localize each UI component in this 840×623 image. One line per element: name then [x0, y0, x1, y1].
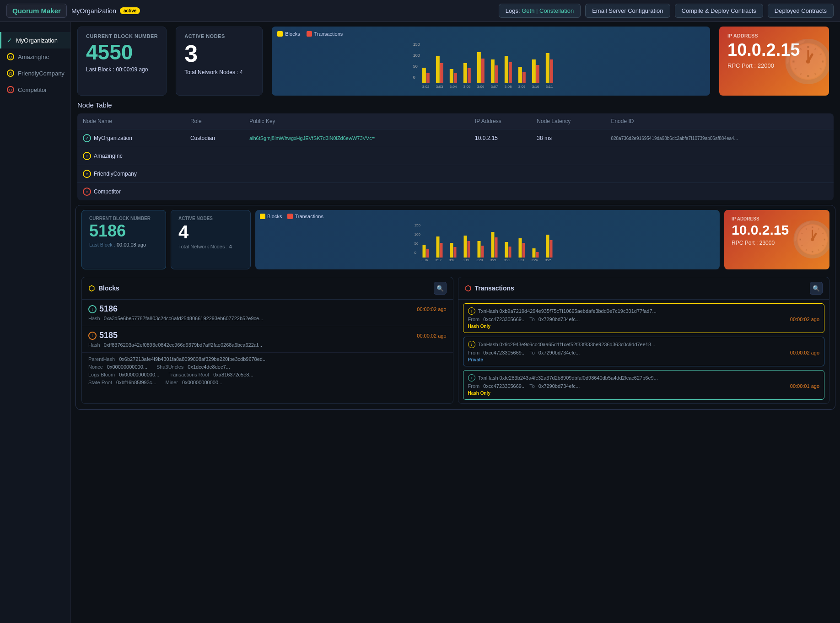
sidebar-label-myorg: MyOrganization	[16, 37, 58, 44]
td-ip-amazinginc	[469, 147, 531, 165]
td-pubkey-competitor	[244, 183, 469, 201]
block-5185-up-icon: ↑	[88, 332, 97, 340]
compile-deploy-button[interactable]: Compile & Deploy Contracts	[675, 4, 763, 18]
svg-rect-46	[478, 241, 481, 258]
td-ip-competitor	[469, 183, 531, 201]
last-block-label: Last Block : 00:00:09 ago	[86, 66, 158, 73]
svg-text:100: 100	[413, 53, 420, 58]
td-role-amazinginc	[185, 147, 244, 165]
detail-parenthash: ParentHash 0x6b27213afe4f9b4301fa8a80998…	[88, 356, 267, 362]
svg-rect-51	[509, 247, 512, 258]
svg-text:3:21: 3:21	[490, 258, 497, 262]
table-row: ○ AmazingInc	[77, 147, 834, 165]
svg-text:3:24: 3:24	[532, 258, 538, 262]
block-5185-number-row: ↑ 5185	[88, 331, 118, 340]
txn-2-from-to: From 0xcc4723305669... To 0x7290bd734efc…	[468, 350, 820, 355]
detail-row-1: ParentHash 0x6b27213afe4f9b4301fa8a80998…	[88, 356, 447, 362]
block-5186-hash-value: 0xa3d5e6be57787fa803c24cc6afd25d80661922…	[104, 316, 264, 321]
svg-text:0: 0	[415, 251, 417, 255]
td-name-myorg: ✓ MyOrganization	[77, 129, 185, 147]
block-5186-down-icon: ↓	[88, 305, 97, 313]
txn-3-header: ↓ TxnHash 0xfe283b243a4fc32a37d2b8909dbf…	[468, 374, 820, 381]
body-area: ✓ MyOrganization ○ AmazingInc ○ Friendly…	[0, 22, 840, 623]
svg-rect-49	[495, 237, 498, 258]
txn-1-hash: TxnHash 0xb9a7219d4294e935f75c7f10695aeb…	[478, 308, 820, 314]
td-role-competitor	[185, 183, 244, 201]
sidebar-header	[0, 22, 70, 32]
sidebar: ✓ MyOrganization ○ AmazingInc ○ Friendly…	[0, 22, 71, 623]
block-5185-hash-label: Hash	[88, 342, 100, 348]
logs-button[interactable]: Logs: Geth | Constellation	[499, 4, 581, 18]
td-enode-competitor	[605, 183, 834, 201]
blocks-search-btn[interactable]: 🔍	[434, 282, 447, 295]
txn-3-icon: ↓	[468, 374, 475, 381]
table-row: ○ Competitor	[77, 183, 834, 201]
svg-rect-43	[454, 247, 457, 258]
detail-nonce: Nonce 0x00000000000...	[88, 364, 147, 370]
txn-panel: ⬡ Transactions 🔍 ↓ TxnHash 0xb9a7219d429…	[458, 277, 830, 404]
block-5185-hash-row: Hash 0xff8376203a42ef0893e0842ec966d9379…	[88, 342, 447, 348]
deployed-contracts-button[interactable]: Deployed Contracts	[768, 4, 834, 18]
popup-blocks-legend: Blocks	[260, 214, 282, 219]
td-name-friendly: ○ FriendlyCompany	[77, 165, 185, 183]
td-name-amazinginc: ○ AmazingInc	[77, 147, 185, 165]
popup-txn-legend-dot	[287, 214, 293, 219]
svg-rect-8	[450, 69, 453, 83]
blocks-txn-row: ⬡ Blocks 🔍 ↓ 5186	[76, 274, 835, 409]
svg-rect-45	[468, 241, 470, 258]
org-status-pill: active	[120, 7, 140, 14]
svg-text:3:16: 3:16	[422, 258, 428, 262]
block-5185-number: 5185	[99, 331, 118, 340]
block-5185-header: ↑ 5185 00:00:02 ago	[88, 331, 447, 340]
svg-text:150: 150	[415, 223, 421, 227]
node-table: Node Name Role Public Key IP Address Nod…	[77, 113, 834, 200]
blocks-panel-header: ⬡ Blocks 🔍	[82, 277, 453, 300]
status-yellow-row-1: ○	[83, 152, 91, 160]
txn-item-3: ↓ TxnHash 0xfe283b243a4fc32a37d2b8909dbf…	[463, 370, 825, 400]
sidebar-label-competitor: Competitor	[18, 86, 47, 93]
status-icon-green: ✓	[7, 37, 12, 44]
email-server-button[interactable]: Email Server Configuration	[585, 4, 670, 18]
svg-text:3:07: 3:07	[491, 85, 498, 89]
sidebar-item-competitor[interactable]: ○ Competitor	[0, 81, 70, 98]
popup-card: CURRENT BLOCK NUMBER 5186 Last Block : 0…	[75, 205, 835, 410]
sidebar-item-myorg[interactable]: ✓ MyOrganization	[0, 32, 70, 48]
svg-text:3:17: 3:17	[436, 258, 442, 262]
popup-nodes-label: ACTIVE NODES	[178, 216, 243, 221]
svg-text:3:11: 3:11	[546, 85, 553, 89]
block-detail-section: ParentHash 0x6b27213afe4f9b4301fa8a80998…	[82, 353, 453, 391]
svg-rect-21	[536, 65, 539, 83]
svg-rect-7	[440, 63, 443, 83]
active-nodes-card: ACTIVE NODES 3 Total Network Nodes : 4	[176, 27, 263, 96]
svg-rect-18	[518, 67, 522, 83]
block-5186-number-row: ↓ 5186	[88, 304, 118, 314]
popup-nodes-card: ACTIVE NODES 4 Total Network Nodes : 4	[171, 210, 251, 269]
svg-rect-5	[426, 73, 430, 83]
popup-chart-legend: Blocks Transactions	[260, 214, 715, 219]
header: Quorum Maker MyOrganization active Logs:…	[0, 0, 840, 22]
section-title: Node Table	[77, 101, 834, 109]
td-pubkey-myorg: alh6tSgmj8lmWhwgxHgJEVfSK7d3lN0lZd6ewW73…	[244, 129, 469, 147]
td-role-myorg: Custodian	[185, 129, 244, 147]
svg-rect-39	[426, 249, 429, 258]
sidebar-item-friendlycompany[interactable]: ○ FriendlyCompany	[0, 65, 70, 81]
block-item-5186: ↓ 5186 00:00:02 ago Hash 0xa3d5e6be57787…	[82, 300, 453, 326]
svg-text:3:09: 3:09	[518, 85, 526, 89]
txn-legend: Transactions	[307, 31, 343, 37]
block-5186-hash-row: Hash 0xa3d5e6be57787fa803c24cc6afd25d806…	[88, 316, 447, 321]
svg-text:3:25: 3:25	[545, 258, 552, 262]
sidebar-item-amazinginc[interactable]: ○ AmazingInc	[0, 48, 70, 65]
td-pubkey-friendly	[244, 165, 469, 183]
clock-icon: 🕐	[782, 37, 829, 85]
td-enode-amazinginc	[605, 147, 834, 165]
svg-text:3:18: 3:18	[449, 258, 456, 262]
block-5186-number: 5186	[99, 304, 118, 314]
main-chart-card: Blocks Transactions 150 100 50	[272, 27, 710, 96]
popup-block-card: CURRENT BLOCK NUMBER 5186 Last Block : 0…	[81, 210, 166, 269]
txn-search-btn[interactable]: 🔍	[810, 282, 823, 295]
detail-sha3: Sha3Uncles 0x1dcc4de8dec7...	[156, 364, 230, 370]
td-ip-friendly	[469, 165, 531, 183]
block-5186-header: ↓ 5186 00:00:02 ago	[88, 304, 447, 314]
svg-text:3:10: 3:10	[532, 85, 539, 89]
status-icon-yellow-2: ○	[7, 70, 14, 77]
